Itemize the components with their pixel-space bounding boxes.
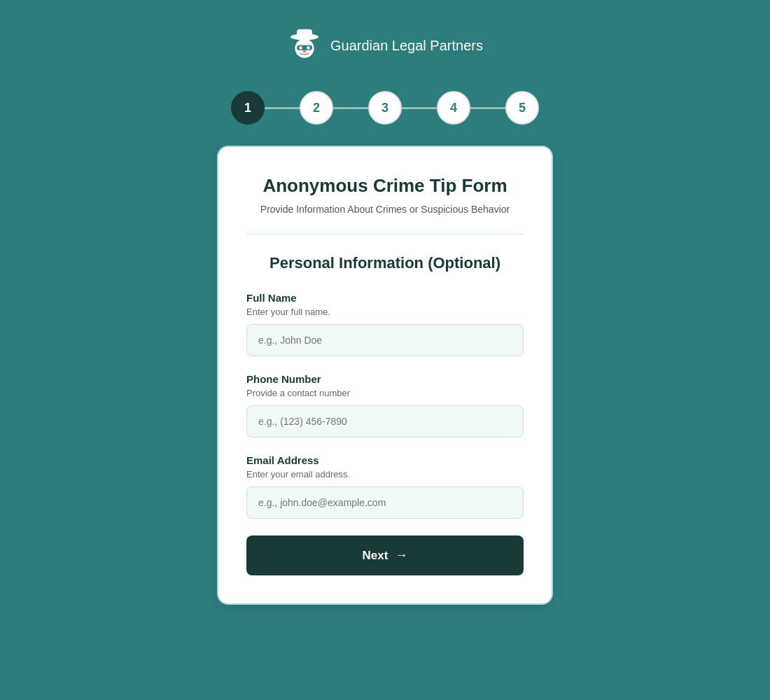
section-title: Personal Information (Optional) xyxy=(246,254,524,272)
svg-point-4 xyxy=(299,46,302,50)
step-indicator: 1 2 3 4 5 xyxy=(231,91,539,125)
step-line-3 xyxy=(402,107,437,109)
email-desc: Enter your email address. xyxy=(246,469,524,479)
email-input[interactable] xyxy=(246,486,524,519)
step-line-1 xyxy=(265,107,300,109)
logo-icon xyxy=(287,28,322,63)
step-1[interactable]: 1 xyxy=(231,91,265,125)
full-name-label: Full Name xyxy=(246,292,524,304)
header: Guardian Legal Partners xyxy=(287,28,483,63)
logo-text: Guardian Legal Partners xyxy=(330,38,483,54)
divider xyxy=(246,234,524,234)
form-subtitle: Provide Information About Crimes or Susp… xyxy=(246,202,524,217)
step-3[interactable]: 3 xyxy=(368,91,402,125)
next-button[interactable]: Next → xyxy=(246,536,524,575)
svg-rect-1 xyxy=(297,29,312,38)
step-4[interactable]: 4 xyxy=(437,91,470,125)
full-name-input[interactable] xyxy=(246,324,524,356)
email-label: Email Address xyxy=(246,454,524,466)
form-title: Anonymous Crime Tip Form xyxy=(246,175,524,197)
arrow-right-icon: → xyxy=(395,548,407,563)
phone-field-group: Phone Number Provide a contact number xyxy=(246,373,524,438)
step-5[interactable]: 5 xyxy=(505,91,539,125)
step-2[interactable]: 2 xyxy=(300,91,333,125)
step-line-2 xyxy=(333,107,368,109)
svg-point-6 xyxy=(302,50,306,53)
phone-desc: Provide a contact number xyxy=(246,388,524,398)
next-button-label: Next xyxy=(363,549,388,563)
phone-input[interactable] xyxy=(246,405,524,438)
full-name-desc: Enter your full name. xyxy=(246,307,524,317)
email-field-group: Email Address Enter your email address. xyxy=(246,454,524,519)
full-name-field-group: Full Name Enter your full name. xyxy=(246,292,524,356)
step-line-4 xyxy=(470,107,505,109)
form-card: Anonymous Crime Tip Form Provide Informa… xyxy=(217,146,553,605)
svg-point-5 xyxy=(307,46,310,50)
phone-label: Phone Number xyxy=(246,373,524,385)
